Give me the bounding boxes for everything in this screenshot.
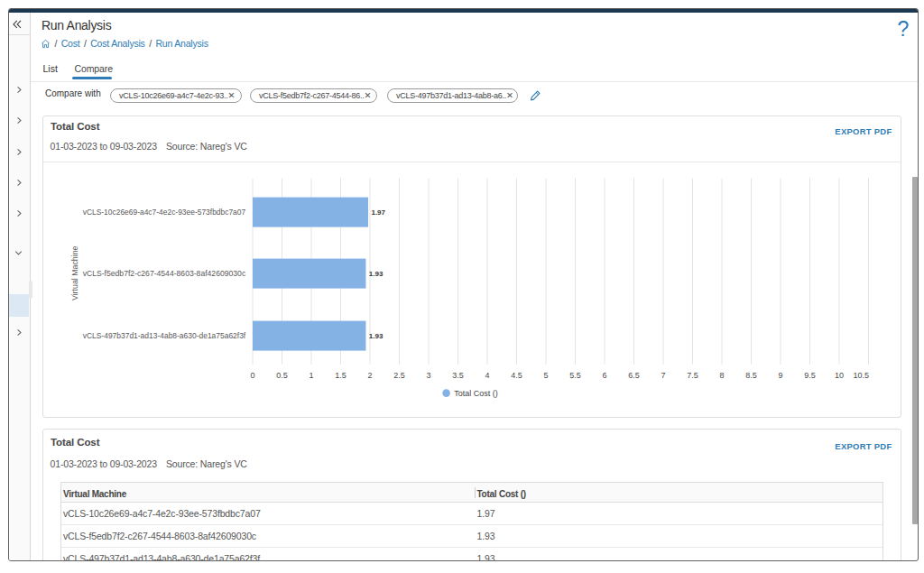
svg-text:7.5: 7.5: [687, 371, 698, 380]
svg-text:4: 4: [485, 371, 489, 380]
svg-text:2.5: 2.5: [393, 371, 405, 380]
svg-text:9: 9: [778, 371, 782, 380]
svg-text:5.5: 5.5: [569, 371, 581, 380]
svg-text:7: 7: [661, 371, 665, 380]
svg-text:3.5: 3.5: [452, 371, 464, 380]
svg-text:0: 0: [250, 371, 254, 380]
svg-text:2: 2: [367, 371, 372, 380]
svg-text:Total Cost (): Total Cost (): [454, 389, 498, 398]
svg-text:6.5: 6.5: [628, 371, 640, 380]
svg-text:1.97: 1.97: [371, 208, 385, 217]
svg-text:vCLS-10c26e69-a4c7-4e2c-93ee-5: vCLS-10c26e69-a4c7-4e2c-93ee-573fbdbc7a0…: [83, 208, 246, 217]
svg-text:10.5: 10.5: [854, 371, 870, 380]
svg-text:0.5: 0.5: [276, 371, 288, 380]
svg-text:1.93: 1.93: [369, 270, 383, 278]
svg-text:10: 10: [835, 371, 844, 380]
svg-text:1.93: 1.93: [369, 332, 383, 340]
svg-text:9.5: 9.5: [804, 371, 816, 380]
svg-text:3: 3: [426, 371, 430, 380]
svg-text:Virtual Machine: Virtual Machine: [70, 245, 79, 300]
svg-text:5: 5: [543, 371, 548, 380]
svg-text:8.5: 8.5: [745, 371, 757, 380]
svg-text:vCLS-497b37d1-ad13-4ab8-a630-d: vCLS-497b37d1-ad13-4ab8-a630-de1a75a62f3…: [83, 331, 246, 340]
svg-text:vCLS-f5edb7f2-c267-4544-8603-8: vCLS-f5edb7f2-c267-4544-8603-8af42609030…: [83, 269, 246, 278]
svg-text:6: 6: [602, 371, 606, 380]
svg-text:4.5: 4.5: [511, 371, 522, 380]
svg-text:8: 8: [719, 371, 724, 380]
svg-text:1.5: 1.5: [335, 371, 346, 380]
svg-text:1: 1: [309, 371, 313, 380]
